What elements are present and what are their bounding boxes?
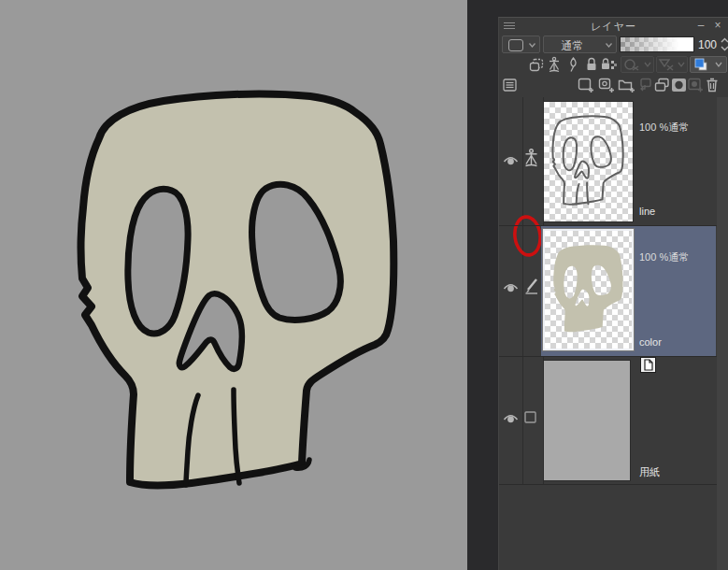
layer-row-line[interactable]: 100 %通常 line [499,97,717,225]
editing-pencil-icon [523,277,541,299]
layer-color-dropdown[interactable] [690,56,727,73]
chevron-down-icon [606,43,612,48]
rounded-square-icon [508,39,523,51]
spinner-arrows-icon [720,36,728,52]
layer-name: 用紙 [639,465,660,479]
layers-panel: レイヤー – × 通常 100 [498,17,728,570]
blend-mode-dropdown[interactable]: 通常 [543,36,617,53]
layer-thumbnail-line[interactable] [543,101,634,222]
opacity-value: 100 [692,38,717,51]
lock-transparent-pixels-icon[interactable] [601,57,617,72]
panel-header: レイヤー – × [499,18,728,34]
clip-studio-app: レイヤー – × 通常 100 [0,0,728,570]
opacity-stepper[interactable] [720,36,728,52]
minimize-button[interactable]: – [694,19,707,32]
layer-row-color[interactable]: 100 %通常 color [499,226,717,356]
pin-icon[interactable] [567,57,579,73]
visibility-eye-icon[interactable] [503,153,519,164]
layer-opacity-info: 100 %通常 [639,250,689,264]
visibility-eye-icon[interactable] [503,280,519,292]
new-layer-settings-icon[interactable] [598,78,615,93]
create-mask-icon[interactable] [671,78,687,93]
new-raster-layer-icon[interactable] [578,78,594,93]
layer-thumbnail-color[interactable] [543,229,634,350]
layer-menu-icon[interactable] [503,78,517,92]
reference-disabled-dropdown [656,56,688,73]
layer-name: line [639,206,655,217]
visibility-eye-icon[interactable] [503,411,519,422]
empty-checkbox-icon[interactable] [524,410,536,427]
mask-disabled-dropdown [621,56,654,73]
layer-kind-dropdown[interactable] [502,36,540,53]
layer-row-paper[interactable]: 用紙 [499,357,717,484]
chevron-down-icon [529,43,535,48]
clip-at-layer-below-icon[interactable] [529,58,544,73]
paper-layer-badge-icon [640,357,656,373]
draft-layer-status-icon[interactable] [523,148,539,173]
layer-opacity-info: 100 %通常 [639,121,689,135]
layer-name: color [639,336,662,348]
draft-layer-icon[interactable] [548,56,561,74]
skull-drawing [0,0,467,570]
layer-thumbnail-paper[interactable] [543,360,631,481]
new-folder-icon[interactable] [618,78,635,93]
opacity-slider[interactable] [620,36,694,52]
drawing-canvas[interactable] [0,0,467,570]
close-button[interactable]: × [711,19,724,32]
lock-layer-icon[interactable] [586,57,597,72]
skull-left-eye [128,189,188,334]
layer-color-icon [691,57,726,72]
transfer-to-lower-icon [637,78,652,93]
combine-to-lower-icon[interactable] [654,78,670,93]
delete-layer-icon[interactable] [706,77,719,93]
blend-mode-value: 通常 [544,38,601,54]
apply-mask-icon [688,78,704,93]
layer-list-scrollbar[interactable] [717,97,728,570]
